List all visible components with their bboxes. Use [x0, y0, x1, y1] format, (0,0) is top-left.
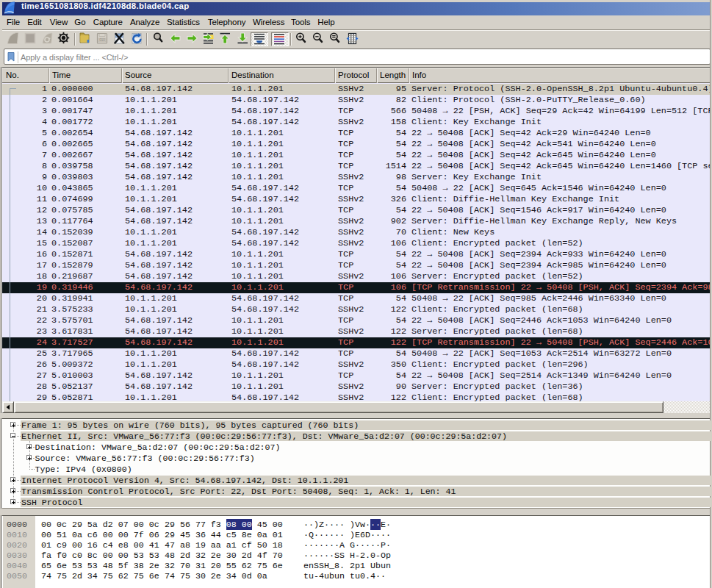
- svg-text:010: 010: [99, 38, 105, 42]
